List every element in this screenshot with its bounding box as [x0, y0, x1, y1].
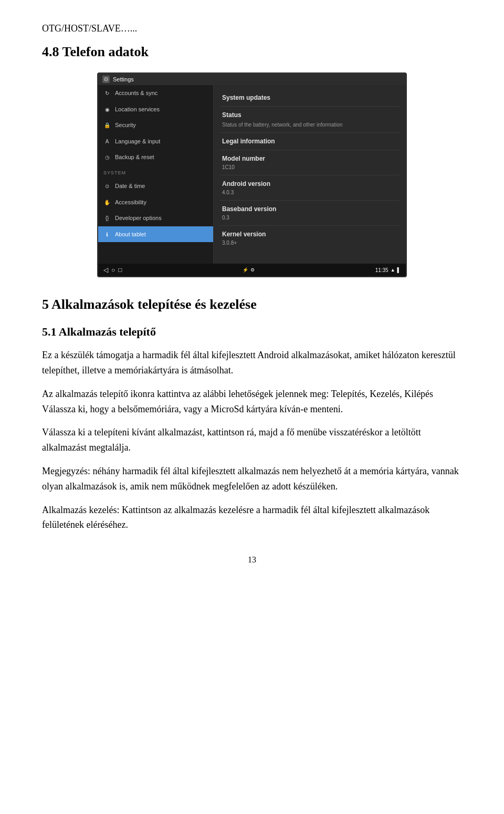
sidebar-item-location-services[interactable]: ◉Location services: [98, 101, 213, 118]
sidebar-item-icon: {}: [103, 215, 111, 222]
settings-screenshot: Settings ↻Accounts & sync◉Location servi…: [97, 72, 407, 278]
content-item-title: Status: [222, 110, 397, 120]
sidebar-item-icon: ◉: [103, 106, 111, 113]
time-display: 11:35: [375, 266, 388, 274]
content-item[interactable]: System updates: [220, 89, 400, 107]
paragraph-1: Ez a készülék támogatja a harmadik fél á…: [42, 348, 462, 378]
page-number: 13: [42, 554, 462, 566]
screenshot-body: ↻Accounts & sync◉Location services🔒Secur…: [98, 85, 406, 264]
titlebar-label: Settings: [113, 75, 134, 84]
content-item-title: Baseband version: [222, 204, 397, 214]
sidebar-item-label: Date & time: [115, 182, 145, 191]
content-item-value: 3.0.8+: [222, 239, 397, 247]
sidebar-item-language--input[interactable]: ALanguage & input: [98, 133, 213, 150]
paragraph-3: Válassza ki a telepíteni kívánt alkalmaz…: [42, 425, 462, 455]
sidebar-item-date--time[interactable]: ⊙Date & time: [98, 178, 213, 194]
usb-icon: ⚡: [243, 267, 248, 274]
sidebar-item-about-tablet[interactable]: ℹAbout tablet: [98, 226, 213, 243]
signal-icon: ▌: [397, 267, 401, 274]
content-item[interactable]: StatusStatus of the battery, network, an…: [220, 107, 400, 133]
sidebar-item-label: About tablet: [115, 230, 146, 239]
content-item-value: 4.0.3: [222, 189, 397, 196]
sidebar-item-icon: ℹ: [103, 231, 111, 238]
sidebar-item-label: Developer options: [115, 214, 162, 223]
back-btn: ◁: [103, 265, 108, 275]
settings-app-icon: [102, 76, 110, 83]
content-item-title: Model number: [222, 154, 397, 163]
note-paragraph: Megjegyzés: néhány harmadik fél által ki…: [42, 464, 462, 494]
settings-icon: ⚙: [250, 267, 255, 274]
recent-btn: □: [118, 265, 122, 275]
sidebar-item-label: Location services: [115, 105, 160, 114]
sidebar-item-label: Security: [115, 121, 136, 130]
sidebar-item-accessibility[interactable]: ✋Accessibility: [98, 194, 213, 211]
home-btn: ○: [111, 265, 115, 275]
sidebar-item-icon: 🔒: [103, 122, 111, 129]
settings-sidebar: ↻Accounts & sync◉Location services🔒Secur…: [98, 85, 214, 264]
content-item[interactable]: Kernel version3.0.8+: [220, 226, 400, 251]
sidebar-item-icon: ✋: [103, 199, 111, 206]
statusbar: ◁ ○ □ ⚡ ⚙ 11:35 ▲ ▌: [98, 264, 406, 276]
sidebar-section-header: SYSTEM: [98, 165, 213, 179]
statusbar-right: 11:35 ▲ ▌: [375, 266, 401, 274]
sidebar-item-label: Language & input: [115, 137, 160, 146]
sidebar-item-label: Backup & reset: [115, 153, 154, 162]
svg-point-1: [106, 79, 107, 80]
content-item-value: 1C10: [222, 163, 397, 171]
content-item[interactable]: Android version4.0.3: [220, 175, 400, 201]
sub-5-1-title: 5.1 Alkalmazás telepítő: [42, 323, 462, 340]
sidebar-item-developer-options[interactable]: {}Developer options: [98, 210, 213, 226]
sidebar-item-accounts--sync[interactable]: ↻Accounts & sync: [98, 85, 213, 101]
paragraph-2: Az alkalmazás telepítő ikonra kattintva …: [42, 387, 462, 417]
statusbar-nav: ◁ ○ □: [103, 265, 122, 275]
content-item-subtitle: Status of the battery, network, and othe…: [222, 121, 397, 129]
content-item-title: System updates: [222, 93, 397, 102]
content-item-value: 0.3: [222, 214, 397, 222]
section-4-8-title: 4.8 Telefon adatok: [42, 41, 462, 62]
sidebar-item-icon: ◷: [103, 154, 111, 161]
statusbar-icons-center: ⚡ ⚙: [243, 267, 255, 274]
page-header: OTG/HOST/SLAVE…...: [42, 21, 462, 36]
screenshot-container: Settings ↻Accounts & sync◉Location servi…: [42, 72, 462, 278]
sidebar-item-backup--reset[interactable]: ◷Backup & reset: [98, 149, 213, 165]
sidebar-item-label: Accessibility: [115, 198, 146, 207]
sidebar-item-icon: ↻: [103, 90, 111, 97]
content-item[interactable]: Baseband version0.3: [220, 201, 400, 226]
content-item-title: Kernel version: [222, 229, 397, 239]
paragraph-4: Alkalmazás kezelés: Kattintson az alkalm…: [42, 503, 462, 533]
sidebar-item-label: Accounts & sync: [115, 89, 158, 98]
settings-content: System updatesStatusStatus of the batter…: [214, 85, 406, 264]
wifi-icon: ▲: [391, 267, 395, 274]
content-item-title: Legal information: [222, 137, 397, 146]
sidebar-item-icon: A: [103, 138, 111, 145]
content-item[interactable]: Legal information: [220, 133, 400, 150]
sidebar-item-security[interactable]: 🔒Security: [98, 117, 213, 133]
titlebar: Settings: [98, 74, 406, 86]
section-5-title: 5 Alkalmazások telepítése és kezelése: [42, 294, 462, 315]
content-item[interactable]: Model number1C10: [220, 150, 400, 175]
content-item-title: Android version: [222, 179, 397, 189]
sidebar-item-icon: ⊙: [103, 183, 111, 190]
